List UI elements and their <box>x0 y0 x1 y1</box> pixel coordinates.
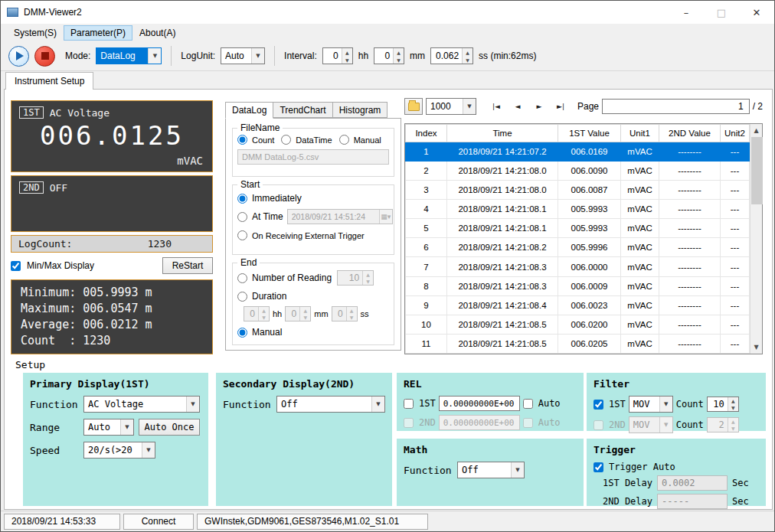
col-1st-value[interactable]: 1ST Value <box>558 125 621 142</box>
spinner-arrows[interactable]: ▲▼ <box>258 307 269 321</box>
spinner-arrows[interactable]: ▲▼ <box>346 307 357 321</box>
filter-1st-checkbox[interactable] <box>594 400 603 410</box>
spin-down-icon[interactable]: ▼ <box>728 404 738 411</box>
table-scrollbar[interactable]: ▲ ▼ <box>750 124 762 354</box>
stop-logging-button[interactable] <box>34 46 55 67</box>
spin-up-icon[interactable]: ▲ <box>463 48 473 56</box>
tab-instrument-setup[interactable]: Instrument Setup <box>5 72 93 90</box>
scroll-down-icon[interactable]: ▼ <box>750 341 762 354</box>
interval-hours-stepper[interactable]: 0 ▲▼ <box>322 47 353 64</box>
table-row[interactable]: 62018/09/21 14:21:08.2005.9996mVAC------… <box>406 238 750 257</box>
table-row[interactable]: 52018/09/21 14:21:08.1005.9993mVAC------… <box>406 219 750 238</box>
trigger-delay2-input[interactable]: ----- <box>657 494 728 509</box>
spinner-arrows[interactable]: ▲▼ <box>393 48 404 64</box>
spin-up-icon[interactable]: ▲ <box>259 307 269 314</box>
radio-end-manual[interactable] <box>237 328 247 338</box>
tab-trendchart[interactable]: TrendChart <box>273 102 332 118</box>
duration-minutes-stepper[interactable]: 0 ▲▼ <box>285 306 311 321</box>
spinner-arrows[interactable]: ▲▼ <box>342 48 352 64</box>
first-page-button[interactable]: |◄ <box>487 98 505 115</box>
rel-1st-input[interactable]: 0.00000000E+00 <box>439 396 520 411</box>
interval-seconds-stepper[interactable]: 0.062 ▲▼ <box>430 47 473 64</box>
radio-start-external-trigger[interactable] <box>237 230 247 240</box>
table-row[interactable]: 92018/09/21 14:21:08.4006.0023mVAC------… <box>406 295 750 315</box>
radio-start-immediately[interactable] <box>237 194 247 204</box>
rel-1st-checkbox[interactable] <box>404 399 414 409</box>
table-row[interactable]: 12018/09/21 14:21:07.2006.0169mVAC------… <box>406 142 750 162</box>
filter-2nd-count-stepper[interactable]: 2 ▲▼ <box>707 417 739 432</box>
radio-filename-datatime[interactable] <box>281 135 291 145</box>
rel-2nd-checkbox[interactable] <box>404 418 414 428</box>
logunit-select[interactable]: Auto ▼ <box>221 47 265 64</box>
table-row[interactable]: 22018/09/21 14:21:08.0006.0090mVAC------… <box>406 162 750 181</box>
start-datetime-picker[interactable]: 2018/09/21 14:51:24 ▦▾ <box>287 209 393 224</box>
filter-1st-count-stepper[interactable]: 10 ▲▼ <box>707 397 739 412</box>
duration-seconds-stepper[interactable]: 0 ▲▼ <box>332 306 358 321</box>
spinner-arrows[interactable]: ▲▼ <box>299 307 310 321</box>
spin-up-icon[interactable]: ▲ <box>300 307 310 314</box>
radio-end-number-of-reading[interactable] <box>237 273 247 283</box>
scrollbar-track[interactable] <box>750 137 762 341</box>
minimize-button[interactable]: – <box>669 1 704 24</box>
filter-2nd-checkbox[interactable] <box>594 420 603 430</box>
secondary-function-select[interactable]: Off ▼ <box>276 396 385 413</box>
spin-down-icon[interactable]: ▼ <box>394 56 404 64</box>
tab-datalog[interactable]: DataLog <box>225 102 273 119</box>
col-unit2[interactable]: Unit2 <box>721 125 750 142</box>
spinner-arrows[interactable]: ▲▼ <box>728 397 738 411</box>
prev-page-button[interactable]: ◄ <box>508 98 527 115</box>
spin-down-icon[interactable]: ▼ <box>259 314 269 321</box>
radio-filename-manual[interactable] <box>339 135 349 145</box>
filename-input[interactable]: DMM DataLog-5.csv <box>237 149 389 165</box>
primary-speed-select[interactable]: 20/s(>20 ▼ <box>83 442 155 459</box>
col-2nd-value[interactable]: 2ND Value <box>659 125 721 142</box>
spin-up-icon[interactable]: ▲ <box>394 48 404 56</box>
interval-minutes-stepper[interactable]: 0 ▲▼ <box>374 47 404 64</box>
table-row[interactable]: 42018/09/21 14:21:08.1005.9993mVAC------… <box>406 200 750 219</box>
tab-histogram[interactable]: Histogram <box>332 102 388 118</box>
auto-once-button[interactable]: Auto Once <box>139 419 200 436</box>
spin-down-icon[interactable]: ▼ <box>463 56 473 64</box>
math-function-select[interactable]: Off ▼ <box>457 462 525 478</box>
spinner-arrows[interactable]: ▲▼ <box>362 271 373 285</box>
spin-up-icon[interactable]: ▲ <box>342 48 352 56</box>
radio-start-attime[interactable] <box>237 212 247 222</box>
spin-up-icon[interactable]: ▲ <box>363 271 373 278</box>
mode-select[interactable]: DataLog ▼ <box>96 47 162 64</box>
number-of-reading-stepper[interactable]: 10 ▲▼ <box>337 270 374 286</box>
page-number-input[interactable]: 1 <box>602 99 750 114</box>
filter-1st-type-select[interactable]: MOV ▼ <box>629 396 673 413</box>
spin-up-icon[interactable]: ▲ <box>728 397 738 404</box>
next-page-button[interactable]: ► <box>530 98 548 115</box>
spin-down-icon[interactable]: ▼ <box>342 56 352 64</box>
spin-up-icon[interactable]: ▲ <box>347 307 357 314</box>
primary-function-select[interactable]: AC Voltage ▼ <box>83 396 200 413</box>
col-index[interactable]: Index <box>406 125 447 142</box>
table-row[interactable]: 102018/09/21 14:21:08.5006.0200mVAC-----… <box>406 315 750 334</box>
maximize-button[interactable]: □ <box>704 1 739 24</box>
spin-up-icon[interactable]: ▲ <box>728 418 738 425</box>
spinner-arrows[interactable]: ▲▼ <box>728 418 738 432</box>
radio-filename-count[interactable] <box>237 135 247 145</box>
spin-down-icon[interactable]: ▼ <box>728 425 738 432</box>
trigger-auto-checkbox[interactable] <box>594 462 603 472</box>
scroll-up-icon[interactable]: ▲ <box>750 124 762 137</box>
table-row[interactable]: 32018/09/21 14:21:08.0006.0087mVAC------… <box>406 181 750 200</box>
rel-1st-auto-checkbox[interactable] <box>523 399 533 409</box>
col-unit1[interactable]: Unit1 <box>621 125 659 142</box>
restart-button[interactable]: ReStart <box>162 257 213 274</box>
spin-down-icon[interactable]: ▼ <box>347 314 357 321</box>
menu-about[interactable]: About(A) <box>132 25 182 41</box>
close-button[interactable]: ✕ <box>739 1 774 24</box>
page-size-select[interactable]: 1000 ▼ <box>426 98 476 115</box>
filter-2nd-type-select[interactable]: MOV ▼ <box>629 416 673 433</box>
spin-down-icon[interactable]: ▼ <box>363 278 373 285</box>
scrollbar-thumb[interactable] <box>751 137 763 204</box>
menu-parameter[interactable]: Parameter(P) <box>64 25 132 41</box>
spinner-arrows[interactable]: ▲▼ <box>462 48 473 64</box>
table-row[interactable]: 112018/09/21 14:21:08.5006.0205mVAC-----… <box>406 334 750 353</box>
rel-2nd-input[interactable]: 0.00000000E+00 <box>439 415 520 430</box>
duration-hours-stepper[interactable]: 0 ▲▼ <box>244 306 270 321</box>
open-file-button[interactable] <box>404 98 423 115</box>
spin-down-icon[interactable]: ▼ <box>300 314 310 321</box>
